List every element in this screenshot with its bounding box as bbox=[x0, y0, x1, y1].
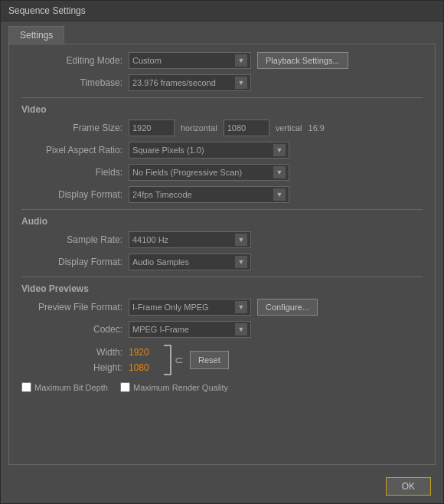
display-format-audio-row: Display Format: Audio Samples ▼ bbox=[21, 254, 423, 270]
preview-file-format-arrow: ▼ bbox=[235, 301, 247, 313]
preview-file-format-dropdown[interactable]: I-Frame Only MPEG ▼ bbox=[129, 299, 251, 316]
max-render-quality-checkbox[interactable] bbox=[120, 382, 130, 392]
link-chain-icon: ⊂ bbox=[175, 354, 184, 366]
configure-button[interactable]: Configure... bbox=[257, 299, 318, 316]
codec-label: Codec: bbox=[21, 324, 129, 335]
sample-rate-label: Sample Rate: bbox=[21, 234, 129, 245]
frame-size-row: Frame Size: horizontal vertical 16:9 bbox=[21, 119, 423, 136]
video-previews-section-label: Video Previews bbox=[21, 283, 423, 294]
vertical-label: vertical bbox=[276, 123, 302, 133]
fields-arrow: ▼ bbox=[273, 166, 286, 178]
fields-label: Fields: bbox=[21, 167, 129, 178]
pixel-aspect-ratio-dropdown[interactable]: Square Pixels (1.0) ▼ bbox=[129, 142, 289, 159]
codec-arrow: ▼ bbox=[235, 323, 247, 335]
max-render-quality-checkbox-row: Maximum Render Quality bbox=[120, 382, 228, 392]
separator-2 bbox=[21, 209, 423, 210]
title-bar: Sequence Settings bbox=[1, 1, 443, 21]
display-format-audio-label: Display Format: bbox=[21, 257, 129, 267]
editing-mode-dropdown[interactable]: Custom ▼ bbox=[129, 52, 251, 69]
window-title: Sequence Settings bbox=[8, 5, 86, 16]
sample-rate-row: Sample Rate: 44100 Hz ▼ bbox=[21, 231, 423, 248]
sequence-settings-window: Sequence Settings Settings Editing Mode:… bbox=[0, 0, 444, 504]
sample-rate-dropdown[interactable]: 44100 Hz ▼ bbox=[129, 231, 251, 248]
editing-mode-row: Editing Mode: Custom ▼ Playback Settings… bbox=[21, 52, 423, 69]
pixel-aspect-ratio-row: Pixel Aspect Ratio: Square Pixels (1.0) … bbox=[21, 142, 423, 159]
codec-row: Codec: MPEG I-Frame ▼ bbox=[21, 321, 423, 338]
max-bit-depth-checkbox-row: Maximum Bit Depth bbox=[21, 382, 108, 392]
display-format-audio-dropdown[interactable]: Audio Samples ▼ bbox=[129, 254, 251, 270]
frame-size-horizontal-input[interactable] bbox=[129, 119, 175, 136]
max-bit-depth-checkbox[interactable] bbox=[21, 382, 31, 392]
sample-rate-arrow: ▼ bbox=[235, 234, 247, 246]
preview-width-label: Width: bbox=[21, 347, 129, 358]
playback-settings-button[interactable]: Playback Settings... bbox=[257, 52, 348, 69]
preview-height-value: 1080 bbox=[129, 362, 159, 373]
reset-button[interactable]: Reset bbox=[190, 351, 229, 369]
preview-width-row: Width: 1920 bbox=[21, 347, 159, 358]
frame-size-label: Frame Size: bbox=[21, 123, 129, 133]
preview-width-value: 1920 bbox=[129, 347, 159, 358]
separator-1 bbox=[21, 97, 423, 98]
timebase-dropdown[interactable]: 23.976 frames/second ▼ bbox=[129, 74, 251, 91]
timebase-row: Timebase: 23.976 frames/second ▼ bbox=[21, 74, 423, 91]
bottom-bar: OK bbox=[1, 473, 443, 503]
pixel-aspect-ratio-label: Pixel Aspect Ratio: bbox=[21, 145, 129, 155]
preview-file-format-label: Preview File Format: bbox=[21, 302, 129, 313]
frame-size-inputs: horizontal vertical 16:9 bbox=[129, 119, 325, 136]
timebase-label: Timebase: bbox=[21, 77, 129, 88]
display-format-video-dropdown[interactable]: 24fps Timecode ▼ bbox=[129, 186, 289, 203]
ok-button[interactable]: OK bbox=[386, 477, 431, 496]
preview-height-row: Height: 1080 bbox=[21, 362, 159, 373]
display-format-video-arrow: ▼ bbox=[273, 188, 286, 201]
display-format-video-row: Display Format: 24fps Timecode ▼ bbox=[21, 186, 423, 203]
editing-mode-arrow: ▼ bbox=[235, 54, 247, 67]
aspect-ratio: 16:9 bbox=[309, 123, 325, 133]
horizontal-label: horizontal bbox=[181, 123, 217, 133]
preview-dimensions-row: Width: 1920 Height: 1080 ⊂ Reset bbox=[21, 343, 423, 377]
settings-content: Editing Mode: Custom ▼ Playback Settings… bbox=[8, 44, 436, 465]
display-format-audio-arrow: ▼ bbox=[235, 256, 247, 268]
audio-section-label: Audio bbox=[21, 216, 423, 227]
preview-file-format-row: Preview File Format: I-Frame Only MPEG ▼… bbox=[21, 299, 423, 316]
max-render-quality-label: Maximum Render Quality bbox=[133, 383, 228, 392]
checkboxes-row: Maximum Bit Depth Maximum Render Quality bbox=[21, 382, 423, 392]
fields-dropdown[interactable]: No Fields (Progressive Scan) ▼ bbox=[129, 164, 289, 181]
frame-size-vertical-input[interactable] bbox=[224, 119, 269, 136]
separator-3 bbox=[21, 277, 423, 277]
pixel-aspect-ratio-arrow: ▼ bbox=[273, 144, 286, 156]
fields-row: Fields: No Fields (Progressive Scan) ▼ bbox=[21, 164, 423, 181]
editing-mode-label: Editing Mode: bbox=[21, 55, 129, 66]
tab-bar: Settings bbox=[1, 21, 443, 44]
codec-dropdown[interactable]: MPEG I-Frame ▼ bbox=[129, 321, 251, 338]
display-format-video-label: Display Format: bbox=[21, 189, 129, 200]
preview-height-label: Height: bbox=[21, 362, 129, 373]
tab-settings[interactable]: Settings bbox=[8, 26, 64, 44]
max-bit-depth-label: Maximum Bit Depth bbox=[34, 383, 108, 392]
video-section-label: Video bbox=[21, 104, 423, 115]
timebase-arrow: ▼ bbox=[235, 77, 247, 89]
